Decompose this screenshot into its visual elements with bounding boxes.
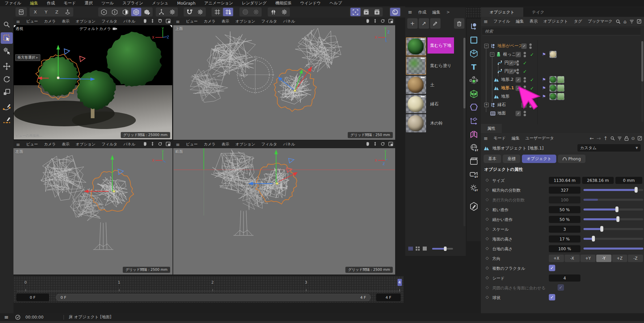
vp-menu-camera[interactable]: カメラ	[204, 142, 216, 147]
vp-menu-options[interactable]: オプション	[76, 19, 96, 24]
front-canvas[interactable]: 前面 YXZ グリッド間隔 : 2500 mm	[174, 148, 395, 274]
volume-mode-icon[interactable]	[131, 8, 141, 16]
vp-menu-panel[interactable]: パネル	[123, 19, 135, 24]
poly-pen-icon[interactable]	[142, 8, 152, 16]
menu-tools[interactable]: ツール	[102, 0, 114, 6]
top-canvas[interactable]: 上面 YXZ グリッド間隔 : 250 mm	[174, 25, 395, 139]
axis-settings-gear-icon[interactable]	[167, 8, 177, 16]
left-canvas[interactable]: 左面 YX グリッド間隔 : 2500 mm	[14, 148, 172, 274]
home-icon[interactable]: ⌂	[623, 19, 627, 24]
vp-menu-panel[interactable]: パネル	[283, 19, 295, 24]
vp-menu-options[interactable]: オプション	[235, 19, 255, 24]
vp-menu-options[interactable]: オプション	[76, 142, 96, 147]
attr-tab-phong[interactable]: Phong	[558, 155, 585, 163]
track-target-icon[interactable]: ⊙	[631, 136, 635, 141]
vp-menu-filter[interactable]: フィルタ	[102, 19, 117, 24]
attr-menu-userdata[interactable]: ユーザーデータ	[525, 135, 554, 141]
sea-level-slider[interactable]	[583, 238, 643, 240]
tree-row-selected[interactable]: 地形.1 ✓ ⚑	[481, 84, 644, 92]
render-region-icon[interactable]	[350, 8, 361, 16]
om-menu-view[interactable]: 表示	[530, 19, 538, 24]
zoom-updown-icon[interactable]	[373, 141, 377, 147]
edit-toggle[interactable]	[508, 69, 514, 74]
symmetry-object-icon[interactable]	[468, 129, 480, 140]
grid-icon[interactable]	[212, 8, 222, 16]
material-name[interactable]: 葉むら下地	[427, 37, 454, 54]
scale-slider[interactable]	[583, 228, 643, 230]
object-name[interactable]: 地形.2	[501, 77, 514, 83]
tree-row[interactable]: + 縁石	[481, 101, 644, 109]
menu-file[interactable]: ファイル	[5, 0, 21, 6]
toggle-single-view-icon[interactable]	[166, 19, 171, 24]
toggle-single-view-icon[interactable]	[388, 142, 393, 147]
vp-menu-display[interactable]: 表示	[62, 19, 70, 24]
timeline-tick-2[interactable]: 2	[212, 280, 214, 285]
viewport-front[interactable]: ≡ ビュー カメラ 表示 オプション フィルタ パネル	[173, 140, 395, 274]
menu-animation[interactable]: アニメーション	[204, 0, 233, 6]
tree-row[interactable]: 地形 ✓ ⚑	[481, 92, 644, 101]
axis-z-button[interactable]: Z	[52, 8, 62, 16]
render-clapper-icon[interactable]	[468, 156, 480, 167]
menu-render[interactable]: レンダリング	[242, 0, 267, 6]
visibility-dot[interactable]	[517, 60, 519, 63]
falloff-icon[interactable]	[240, 8, 250, 16]
menu-create[interactable]: 作成	[47, 0, 55, 6]
render-view-icon[interactable]	[361, 8, 371, 16]
volume-builder-icon[interactable]	[468, 88, 480, 100]
menu-extensions[interactable]: 機能拡張	[275, 0, 292, 6]
attr-tab-basic[interactable]: 基本	[484, 155, 501, 163]
quantize-icon[interactable]	[223, 8, 233, 16]
zoom-updown-icon[interactable]	[151, 141, 154, 147]
render-dot[interactable]	[524, 55, 526, 57]
menu-mesh[interactable]: メッシュ	[152, 0, 168, 6]
width-segments-field[interactable]: 327	[549, 187, 580, 194]
object-name[interactable]: 根っこ	[503, 52, 516, 57]
material-name[interactable]: 葉むら塗り	[427, 56, 454, 75]
tab-attributes[interactable]: 属性	[481, 124, 502, 133]
viewport-perspective[interactable]: ≡ ビュー カメラ 表示 オプション フィルタ パネル	[13, 18, 173, 140]
move-tool-icon[interactable]	[1, 61, 13, 72]
om-menu-bookmarks[interactable]: ブックマーク	[588, 19, 612, 24]
render-settings-icon[interactable]	[372, 8, 382, 16]
zoom-updown-icon[interactable]	[151, 19, 154, 24]
vp-menu-panel[interactable]: パネル	[283, 142, 295, 147]
orbit-icon[interactable]	[158, 141, 162, 147]
find-tool-icon[interactable]	[1, 19, 13, 30]
filter-icon[interactable]	[617, 136, 622, 140]
attr-tab-coord[interactable]: 座標	[503, 155, 520, 163]
om-menu-object[interactable]: オブジェクト	[543, 19, 568, 24]
edit-toggle[interactable]	[516, 52, 521, 57]
panel-drag-handle[interactable]	[466, 7, 481, 18]
zoom-updown-icon[interactable]	[373, 19, 377, 24]
status-menu-icon[interactable]: ≡	[4, 314, 8, 320]
width-segments-slider[interactable]	[583, 189, 643, 191]
sketch-material-icon[interactable]	[468, 201, 480, 212]
vp-menu-camera[interactable]: カメラ	[44, 142, 56, 147]
camera-st-icon[interactable]: ST	[468, 169, 480, 181]
preset-dropdown[interactable]: カスタム▼	[577, 144, 641, 152]
object-search-input[interactable]	[482, 28, 641, 35]
orientation-minus-y[interactable]: -Y	[596, 255, 611, 262]
viewport-menu-icon[interactable]: ≡	[16, 19, 20, 24]
history-back-icon[interactable]: ←	[590, 135, 594, 141]
object-name[interactable]: 地形がベース	[497, 43, 523, 49]
filter-icon[interactable]	[630, 20, 634, 24]
pick-material-button[interactable]	[430, 18, 441, 29]
attr-menu-edit[interactable]: 編集	[512, 135, 520, 141]
material-thumbnail[interactable]	[406, 57, 426, 75]
material-thumbnail[interactable]	[406, 37, 426, 56]
subdivision-surface-icon[interactable]	[468, 102, 480, 113]
sea-level-field[interactable]: 17 %	[549, 235, 580, 243]
material-thumbnail[interactable]	[406, 114, 426, 132]
search-icon[interactable]	[616, 19, 620, 24]
attr-menu-icon[interactable]: ≡	[484, 135, 488, 141]
material-menu-icon[interactable]: ≡	[408, 9, 412, 15]
snap-move-icon[interactable]	[468, 21, 480, 32]
spline-sketch-tool-icon[interactable]	[1, 115, 13, 126]
tab-objects[interactable]: オブジェクト	[481, 7, 523, 17]
rough-furrows-slider[interactable]	[583, 208, 643, 211]
material-menu-edit[interactable]: 編集	[432, 9, 441, 15]
panel-edit-icon[interactable]	[637, 19, 641, 24]
tree-row[interactable]: 地面	[481, 109, 644, 118]
material-tag-grass[interactable]	[557, 93, 564, 100]
